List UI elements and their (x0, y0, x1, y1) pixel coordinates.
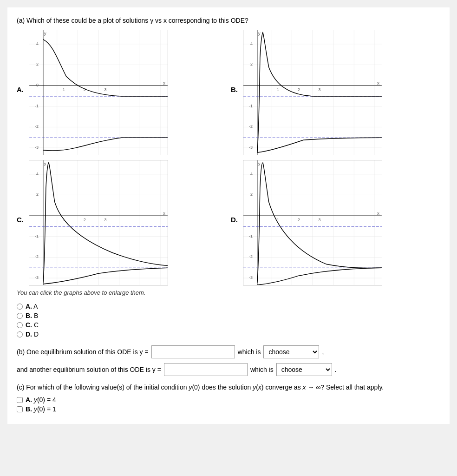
radio-c[interactable] (17, 322, 23, 328)
svg-text:2: 2 (250, 62, 253, 66)
svg-text:2: 2 (298, 87, 300, 92)
check-a-input[interactable] (17, 397, 23, 403)
svg-text:3: 3 (104, 87, 106, 92)
svg-text:-2: -2 (35, 254, 39, 259)
eq2-period: . (335, 366, 337, 373)
svg-text:-1: -1 (249, 234, 253, 238)
svg-text:2: 2 (298, 218, 300, 222)
eq2-prefix: and another equilibrium solution of this… (17, 366, 161, 373)
click-hint: You can click the graphs above to enlarg… (17, 289, 440, 296)
eq1-comma: , (322, 348, 324, 356)
graph-a-container: A. (17, 30, 226, 155)
check-a-label: A. y(0) = 4 (26, 396, 56, 403)
graph-d-container: D. y (231, 160, 440, 285)
eq1-prefix: (b) One equilibrium solution of this ODE… (17, 348, 149, 356)
svg-text:-1: -1 (35, 104, 39, 108)
checkbox-b: B. y(0) = 1 (17, 405, 440, 413)
svg-text:2: 2 (84, 218, 86, 222)
section-c-text: (c) For which of the following value(s) … (17, 383, 440, 392)
page: (a) Which of these could be a plot of so… (7, 7, 450, 424)
radio-options: A. A B. B C. C D. D (17, 303, 440, 338)
graph-d[interactable]: y x 4 2 -1 -2 -3 1 2 3 (243, 160, 382, 285)
radio-a[interactable] (17, 304, 23, 310)
svg-text:-3: -3 (249, 145, 253, 150)
svg-text:x: x (163, 211, 165, 216)
svg-text:0: 0 (36, 83, 39, 87)
radio-d[interactable] (17, 331, 23, 337)
question-a-text: (a) Which of these could be a plot of so… (17, 17, 440, 24)
radio-item-d: D. D (17, 331, 440, 338)
eq2-choose-select[interactable]: choose stable unstable semi-stable (276, 363, 332, 376)
graph-c-label: C. (17, 216, 26, 224)
graph-c[interactable]: y x 4 2 -1 -2 -3 1 2 3 (29, 160, 168, 285)
graph-d-label: D. (231, 216, 240, 224)
svg-text:-3: -3 (35, 145, 39, 150)
eq2-input[interactable] (164, 363, 248, 376)
eq1-input[interactable] (151, 345, 235, 358)
radio-item-a: A. A (17, 303, 440, 310)
eq1-choose-select[interactable]: choose stable unstable semi-stable (263, 345, 319, 358)
radio-item-c: C. C (17, 321, 440, 329)
svg-text:2: 2 (36, 62, 39, 66)
graph-b[interactable]: y x 4 2 -1 -2 -3 1 2 3 (243, 30, 382, 155)
svg-text:y: y (44, 161, 46, 166)
svg-text:2: 2 (84, 87, 86, 92)
radio-c-label: C. C (26, 321, 39, 329)
svg-text:4: 4 (250, 41, 253, 46)
svg-text:-1: -1 (249, 104, 253, 108)
graphs-grid: A. (17, 30, 440, 285)
graph-b-container: B. y (231, 30, 440, 155)
svg-text:y: y (44, 31, 46, 36)
radio-a-label: A. A (26, 303, 38, 310)
svg-text:-3: -3 (35, 275, 39, 280)
eq-line-2: and another equilibrium solution of this… (17, 363, 440, 376)
svg-text:2: 2 (250, 192, 253, 197)
radio-b-label: B. B (26, 312, 38, 319)
svg-text:4: 4 (36, 172, 39, 176)
svg-text:-2: -2 (249, 254, 253, 259)
graph-a-label: A. (17, 86, 26, 93)
svg-text:3: 3 (318, 87, 320, 92)
graph-c-container: C. y (17, 160, 226, 285)
svg-text:1: 1 (63, 87, 65, 92)
svg-text:y: y (258, 31, 261, 36)
svg-text:y: y (258, 161, 261, 166)
svg-text:3: 3 (318, 218, 320, 222)
svg-text:2: 2 (36, 192, 39, 197)
svg-text:-3: -3 (249, 275, 253, 280)
svg-text:x: x (377, 80, 379, 86)
section-b: (b) One equilibrium solution of this ODE… (17, 345, 440, 376)
eq-line-1: (b) One equilibrium solution of this ODE… (17, 345, 440, 358)
svg-text:-1: -1 (35, 234, 39, 238)
svg-text:-2: -2 (249, 124, 253, 129)
check-b-input[interactable] (17, 406, 23, 412)
eq2-which: which is (250, 366, 274, 373)
checkbox-a: A. y(0) = 4 (17, 396, 440, 403)
radio-item-b: B. B (17, 312, 440, 319)
svg-text:1: 1 (277, 87, 279, 92)
check-b-label: B. y(0) = 1 (26, 405, 56, 413)
section-c: (c) For which of the following value(s) … (17, 383, 440, 413)
svg-text:4: 4 (250, 172, 253, 176)
eq1-which: which is (238, 348, 261, 356)
svg-text:x: x (377, 211, 379, 216)
graph-a[interactable]: y x 4 2 0 -1 -2 -3 1 2 3 (29, 30, 168, 155)
radio-b[interactable] (17, 313, 23, 319)
svg-text:-2: -2 (35, 124, 39, 129)
svg-text:x: x (163, 80, 165, 86)
radio-d-label: D. D (26, 331, 39, 338)
svg-text:4: 4 (36, 41, 39, 46)
graph-b-label: B. (231, 86, 240, 93)
svg-text:3: 3 (104, 218, 106, 222)
